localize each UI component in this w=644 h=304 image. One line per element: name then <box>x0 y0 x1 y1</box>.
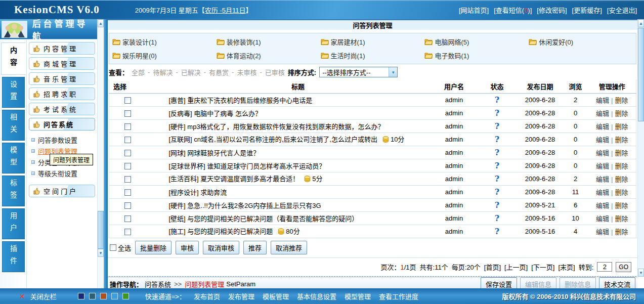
edit-link[interactable]: 编辑 <box>596 189 609 196</box>
color-swatch[interactable] <box>111 293 118 299</box>
folder-item[interactable]: 电子数码(1) <box>424 51 529 60</box>
menu-item-music-manage[interactable]: 音乐管理 <box>29 72 95 85</box>
question-title-link[interactable]: [壁纸] 与您的提问相关的已解决问题（看看是否能解答您的疑问） <box>169 215 359 223</box>
tab-model[interactable]: 模型 <box>2 143 25 173</box>
goto-page-input[interactable] <box>597 262 612 272</box>
page-next-link[interactable]: [下一页] <box>531 262 554 272</box>
delete-link[interactable]: 删除 <box>615 149 628 157</box>
edit-link[interactable]: 编辑 <box>596 162 609 170</box>
row-checkbox[interactable] <box>124 189 131 196</box>
menu-item-qa-system[interactable]: 问答系统 <box>29 118 95 131</box>
sort-select[interactable]: --选择排序方式--▾ <box>319 67 398 77</box>
delete-link[interactable]: 删除 <box>615 162 628 170</box>
delete-link[interactable]: 删除 <box>615 215 628 223</box>
folder-item[interactable]: 体育运动(2) <box>217 51 321 60</box>
edit-link[interactable]: 编辑 <box>596 202 609 209</box>
row-checkbox[interactable] <box>124 202 131 209</box>
cancel-recommend-button[interactable]: 取消推荐 <box>271 241 307 254</box>
audit-button[interactable]: 审核 <box>176 241 199 254</box>
row-checkbox[interactable] <box>124 215 131 222</box>
tab-tag[interactable]: 标签 <box>2 176 25 206</box>
folder-item[interactable]: 家装设计(1) <box>112 37 217 47</box>
quick-link-publish-manage[interactable]: 发布管理 <box>228 291 254 301</box>
menu-item-space-portal[interactable]: 空间门户 <box>29 185 95 197</box>
close-icon[interactable]: ✕ <box>19 292 25 300</box>
row-checkbox[interactable] <box>124 137 131 143</box>
delete-link[interactable]: 删除 <box>615 110 628 117</box>
page-prev-link[interactable]: [上一页] <box>504 262 528 272</box>
tab-settings[interactable]: 设置 <box>2 77 25 108</box>
row-checkbox[interactable] <box>124 229 131 235</box>
go-button[interactable]: GO <box>616 262 631 272</box>
edit-link[interactable]: 编辑 <box>596 97 609 104</box>
edit-link[interactable]: 编辑 <box>596 110 609 117</box>
filter-solved[interactable]: 已解决 <box>181 67 201 77</box>
question-title-link[interactable]: [反病毒] 电脑中了病毒 怎么办？ <box>169 110 262 117</box>
folder-item[interactable]: 生活时尚(1) <box>321 51 425 60</box>
filter-reward[interactable]: 有悬赏 <box>209 67 229 77</box>
scroll-up-icon[interactable]: ▲ <box>98 19 104 27</box>
view-messages-link[interactable]: [查看短信(0)] <box>494 5 532 15</box>
scrollbar-thumb[interactable] <box>638 28 644 121</box>
edit-link[interactable]: 编辑 <box>596 123 609 131</box>
quick-link-publish-home[interactable]: 发布首页 <box>194 291 220 301</box>
tab-plugin[interactable]: 插件 <box>2 241 25 272</box>
color-swatch[interactable] <box>89 293 96 299</box>
sidebar-splitter[interactable] <box>104 19 108 288</box>
folder-item[interactable]: 娱乐明星(0) <box>112 51 217 60</box>
scroll-down-icon[interactable]: ▼ <box>638 269 644 277</box>
color-swatch[interactable] <box>78 293 84 299</box>
lunar-date-link[interactable]: 农历 -5月11日 <box>205 7 246 14</box>
submenu-level-title[interactable]: 等级头衔设置 <box>31 167 96 179</box>
row-checkbox[interactable] <box>124 123 131 130</box>
question-title-link[interactable]: [程序设计] 求助奔流 <box>169 189 227 196</box>
delete-link[interactable]: 删除 <box>615 97 628 104</box>
delete-link[interactable]: 删除 <box>615 228 628 236</box>
breadcrumb-qa-system[interactable]: 问答系统 <box>145 279 171 289</box>
question-title-link[interactable]: [网球] 网球鞋狼牙代言人是谁？ <box>169 149 260 157</box>
quick-link-model-manage[interactable]: 模型管理 <box>345 291 371 301</box>
tab-related[interactable]: 相关 <box>2 110 25 141</box>
quick-link-work-progress[interactable]: 查看工作进度 <box>379 291 418 301</box>
menu-item-exam-system[interactable]: 考试系统 <box>29 103 95 115</box>
select-all-checkbox[interactable] <box>110 244 116 251</box>
folder-item[interactable]: 休闲爱好(0) <box>529 37 633 47</box>
submenu-qa-params[interactable]: 问答参数设置 <box>31 134 96 145</box>
edit-link[interactable]: 编辑 <box>596 136 609 144</box>
row-checkbox[interactable] <box>124 110 131 117</box>
question-title-link[interactable]: [足球世界杯] 谁知道足球守门员怎样考高水平运动员？ <box>169 162 326 170</box>
menu-item-content-manage[interactable]: 内容管理 <box>29 42 95 55</box>
site-home-link[interactable]: [网站首页] <box>459 5 489 15</box>
recommend-button[interactable]: 推荐 <box>243 241 267 254</box>
cancel-audit-button[interactable]: 取消审核 <box>203 241 239 254</box>
tab-user[interactable]: 用户 <box>2 208 25 239</box>
tab-content[interactable]: 内容 <box>1 42 26 75</box>
folder-item[interactable]: 家居建材(1) <box>321 37 425 47</box>
color-swatch[interactable] <box>122 293 129 299</box>
content-scrollbar[interactable]: ▲ ▼ <box>637 19 644 277</box>
batch-delete-button[interactable]: 批量删除 <box>135 241 171 254</box>
delete-link[interactable]: 删除 <box>615 136 628 144</box>
row-checkbox[interactable] <box>124 163 131 169</box>
menu-item-mall-manage[interactable]: 商城管理 <box>29 57 95 70</box>
scroll-up-icon[interactable]: ▲ <box>638 19 644 27</box>
delete-link[interactable]: 删除 <box>615 176 628 183</box>
quick-link-template-manage[interactable]: 模板管理 <box>263 291 289 301</box>
edit-link[interactable]: 编辑 <box>596 228 609 236</box>
folder-item[interactable]: 装修装饰(1) <box>217 37 321 47</box>
row-checkbox[interactable] <box>124 150 131 156</box>
sidebar-scrollbar[interactable]: ▲ ▼ <box>97 19 104 288</box>
filter-unaudited[interactable]: 未审核 <box>237 67 256 77</box>
change-password-link[interactable]: [修改密码] <box>537 5 567 15</box>
question-title-link[interactable]: [施工] 与您的提问相关的已解决问题 <box>169 228 273 235</box>
page-last-link[interactable]: [末页] <box>558 262 575 272</box>
menu-item-job-manage[interactable]: 招聘求职 <box>29 88 95 100</box>
question-title-link[interactable]: [硬件] mp3格式化了，用恢复数据软件恢复没有找到原来的数据，怎么办？ <box>169 123 384 131</box>
question-title-link[interactable]: [互联网] cn域名,当初以公司名称注册的,后来公司注销了,怎么过户或转出 <box>169 136 377 143</box>
question-title-link[interactable]: [生活百科] 夏天空调温度调到多高才最合适！ <box>169 175 299 183</box>
delete-link[interactable]: 删除 <box>615 202 628 209</box>
page-first-link[interactable]: [首页] <box>484 262 501 272</box>
edit-link[interactable]: 编辑 <box>596 215 609 223</box>
logout-link[interactable]: [安全退出] <box>607 5 637 15</box>
question-title-link[interactable]: [惠普] 重庆松下洗衣机的售后维修服务中心电话是 <box>169 97 313 104</box>
